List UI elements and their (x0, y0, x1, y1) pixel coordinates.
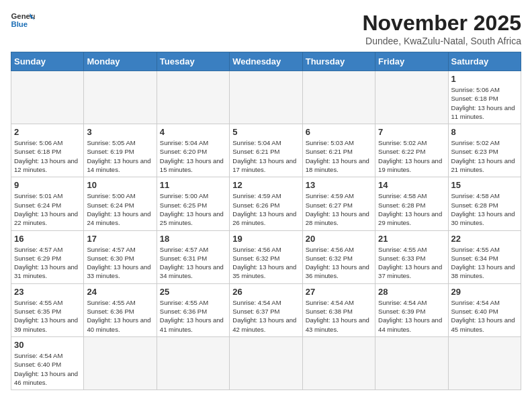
calendar-cell: 1Sunrise: 5:06 AM Sunset: 6:18 PM Daylig… (448, 71, 521, 124)
calendar-cell: 4Sunrise: 5:04 AM Sunset: 6:20 PM Daylig… (157, 124, 229, 177)
day-info: Sunrise: 4:56 AM Sunset: 6:32 PM Dayligh… (306, 245, 372, 281)
day-info: Sunrise: 4:54 AM Sunset: 6:40 PM Dayligh… (14, 351, 81, 387)
calendar-week-row: 9Sunrise: 5:01 AM Sunset: 6:24 PM Daylig… (11, 177, 521, 230)
day-info: Sunrise: 5:00 AM Sunset: 6:25 PM Dayligh… (160, 191, 226, 227)
day-number: 22 (451, 234, 518, 244)
day-number: 23 (14, 287, 81, 297)
day-info: Sunrise: 4:57 AM Sunset: 6:29 PM Dayligh… (14, 245, 81, 281)
calendar-cell: 6Sunrise: 5:03 AM Sunset: 6:21 PM Daylig… (302, 124, 375, 177)
day-info: Sunrise: 4:55 AM Sunset: 6:33 PM Dayligh… (378, 245, 445, 281)
calendar-cell: 18Sunrise: 4:57 AM Sunset: 6:31 PM Dayli… (157, 230, 229, 283)
calendar-cell (84, 71, 157, 124)
calendar-week-row: 16Sunrise: 4:57 AM Sunset: 6:29 PM Dayli… (11, 230, 521, 283)
day-number: 16 (14, 234, 81, 244)
day-number: 6 (306, 127, 372, 137)
calendar-cell (302, 71, 375, 124)
day-number: 24 (87, 287, 153, 297)
day-number: 8 (451, 127, 518, 137)
calendar-week-row: 30Sunrise: 4:54 AM Sunset: 6:40 PM Dayli… (11, 336, 521, 390)
location: Dundee, KwaZulu-Natal, South Africa (362, 36, 521, 46)
calendar-cell: 5Sunrise: 5:04 AM Sunset: 6:21 PM Daylig… (230, 124, 302, 177)
calendar-cell: 14Sunrise: 4:58 AM Sunset: 6:28 PM Dayli… (375, 177, 448, 230)
day-number: 10 (87, 180, 153, 190)
logo: General Blue (11, 11, 35, 30)
day-number: 3 (87, 127, 153, 137)
calendar-cell: 7Sunrise: 5:02 AM Sunset: 6:22 PM Daylig… (375, 124, 448, 177)
calendar-cell: 3Sunrise: 5:05 AM Sunset: 6:19 PM Daylig… (84, 124, 157, 177)
title-area: November 2025 Dundee, KwaZulu-Natal, Sou… (362, 11, 521, 46)
calendar-cell: 29Sunrise: 4:54 AM Sunset: 6:40 PM Dayli… (448, 283, 521, 336)
day-info: Sunrise: 4:55 AM Sunset: 6:34 PM Dayligh… (451, 245, 518, 281)
day-number: 2 (14, 127, 81, 137)
day-info: Sunrise: 5:06 AM Sunset: 6:18 PM Dayligh… (14, 138, 81, 174)
day-number: 21 (378, 234, 445, 244)
day-info: Sunrise: 4:56 AM Sunset: 6:32 PM Dayligh… (232, 245, 299, 281)
calendar-cell (375, 336, 448, 390)
day-number: 25 (160, 287, 226, 297)
day-number: 20 (306, 234, 372, 244)
calendar-cell: 30Sunrise: 4:54 AM Sunset: 6:40 PM Dayli… (11, 336, 84, 390)
calendar-cell: 24Sunrise: 4:55 AM Sunset: 6:36 PM Dayli… (84, 283, 157, 336)
day-number: 30 (14, 340, 81, 350)
calendar: Sunday Monday Tuesday Wednesday Thursday… (11, 52, 521, 390)
calendar-cell: 16Sunrise: 4:57 AM Sunset: 6:29 PM Dayli… (11, 230, 84, 283)
calendar-cell: 13Sunrise: 4:59 AM Sunset: 6:27 PM Dayli… (302, 177, 375, 230)
month-title: November 2025 (362, 11, 521, 36)
day-info: Sunrise: 4:59 AM Sunset: 6:27 PM Dayligh… (306, 191, 372, 227)
day-number: 15 (451, 180, 518, 190)
day-number: 14 (378, 180, 445, 190)
col-saturday: Saturday (448, 52, 521, 71)
calendar-cell: 25Sunrise: 4:55 AM Sunset: 6:36 PM Dayli… (157, 283, 229, 336)
calendar-cell (448, 336, 521, 390)
calendar-week-row: 23Sunrise: 4:55 AM Sunset: 6:35 PM Dayli… (11, 283, 521, 336)
col-thursday: Thursday (302, 52, 375, 71)
calendar-cell (157, 336, 229, 390)
calendar-cell: 15Sunrise: 4:58 AM Sunset: 6:28 PM Dayli… (448, 177, 521, 230)
day-number: 18 (160, 234, 226, 244)
calendar-cell: 19Sunrise: 4:56 AM Sunset: 6:32 PM Dayli… (230, 230, 302, 283)
day-info: Sunrise: 4:55 AM Sunset: 6:35 PM Dayligh… (14, 298, 81, 334)
calendar-cell: 17Sunrise: 4:57 AM Sunset: 6:30 PM Dayli… (84, 230, 157, 283)
day-info: Sunrise: 5:06 AM Sunset: 6:18 PM Dayligh… (451, 85, 518, 121)
day-number: 27 (306, 287, 372, 297)
calendar-cell (375, 71, 448, 124)
day-info: Sunrise: 4:54 AM Sunset: 6:37 PM Dayligh… (232, 298, 299, 334)
calendar-cell: 21Sunrise: 4:55 AM Sunset: 6:33 PM Dayli… (375, 230, 448, 283)
calendar-cell (302, 336, 375, 390)
day-info: Sunrise: 4:57 AM Sunset: 6:31 PM Dayligh… (160, 245, 226, 281)
day-info: Sunrise: 5:04 AM Sunset: 6:21 PM Dayligh… (232, 138, 299, 174)
day-info: Sunrise: 4:54 AM Sunset: 6:39 PM Dayligh… (378, 298, 445, 334)
calendar-header-row: Sunday Monday Tuesday Wednesday Thursday… (11, 52, 521, 71)
calendar-cell: 10Sunrise: 5:00 AM Sunset: 6:24 PM Dayli… (84, 177, 157, 230)
day-info: Sunrise: 5:05 AM Sunset: 6:19 PM Dayligh… (87, 138, 153, 174)
day-info: Sunrise: 4:58 AM Sunset: 6:28 PM Dayligh… (378, 191, 445, 227)
day-info: Sunrise: 4:59 AM Sunset: 6:26 PM Dayligh… (232, 191, 299, 227)
day-number: 1 (451, 74, 518, 84)
calendar-cell: 20Sunrise: 4:56 AM Sunset: 6:32 PM Dayli… (302, 230, 375, 283)
calendar-cell: 9Sunrise: 5:01 AM Sunset: 6:24 PM Daylig… (11, 177, 84, 230)
calendar-cell: 11Sunrise: 5:00 AM Sunset: 6:25 PM Dayli… (157, 177, 229, 230)
header: General Blue November 2025 Dundee, KwaZu… (11, 11, 521, 46)
day-info: Sunrise: 4:57 AM Sunset: 6:30 PM Dayligh… (87, 245, 153, 281)
day-info: Sunrise: 5:00 AM Sunset: 6:24 PM Dayligh… (87, 191, 153, 227)
svg-text:Blue: Blue (11, 20, 28, 28)
col-friday: Friday (375, 52, 448, 71)
col-tuesday: Tuesday (157, 52, 229, 71)
day-number: 28 (378, 287, 445, 297)
calendar-week-row: 2Sunrise: 5:06 AM Sunset: 6:18 PM Daylig… (11, 124, 521, 177)
calendar-cell (11, 71, 84, 124)
day-info: Sunrise: 5:03 AM Sunset: 6:21 PM Dayligh… (306, 138, 372, 174)
day-number: 9 (14, 180, 81, 190)
col-sunday: Sunday (11, 52, 84, 71)
day-number: 5 (232, 127, 299, 137)
day-info: Sunrise: 5:02 AM Sunset: 6:22 PM Dayligh… (378, 138, 445, 174)
day-number: 17 (87, 234, 153, 244)
calendar-cell (157, 71, 229, 124)
col-wednesday: Wednesday (230, 52, 302, 71)
day-info: Sunrise: 4:55 AM Sunset: 6:36 PM Dayligh… (87, 298, 153, 334)
day-number: 29 (451, 287, 518, 297)
calendar-cell: 28Sunrise: 4:54 AM Sunset: 6:39 PM Dayli… (375, 283, 448, 336)
day-info: Sunrise: 5:01 AM Sunset: 6:24 PM Dayligh… (14, 191, 81, 227)
calendar-cell: 22Sunrise: 4:55 AM Sunset: 6:34 PM Dayli… (448, 230, 521, 283)
day-number: 19 (232, 234, 299, 244)
